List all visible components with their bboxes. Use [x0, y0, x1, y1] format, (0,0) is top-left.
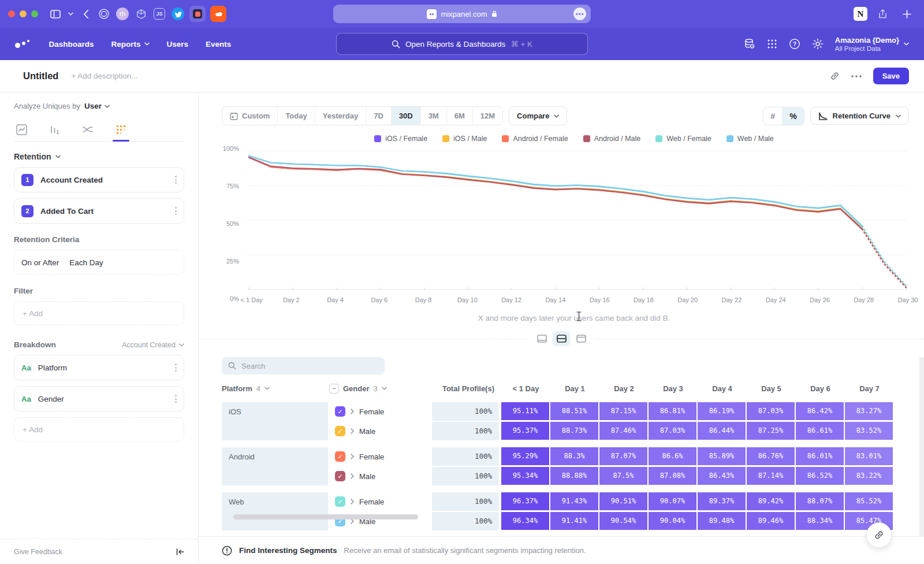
- analyze-entity-selector[interactable]: User: [84, 102, 110, 110]
- breakdown-options-icon[interactable]: [175, 395, 177, 403]
- range-custom[interactable]: Custom: [222, 107, 277, 125]
- report-title[interactable]: Untitled: [23, 70, 58, 81]
- retention-value-cell[interactable]: 86.6%: [649, 447, 698, 466]
- day-column-header[interactable]: Day 2: [599, 384, 649, 393]
- criteria-mode[interactable]: On or After: [21, 258, 59, 267]
- retention-value-cell[interactable]: 89.48%: [698, 512, 747, 530]
- compare-button[interactable]: Compare: [509, 106, 567, 125]
- series-checkbox[interactable]: ✓: [335, 426, 345, 436]
- retention-value-cell[interactable]: 86.81%: [649, 402, 698, 421]
- global-search-bar[interactable]: Open Reports & Dashboards ⌘ + K: [336, 33, 588, 55]
- expand-row-icon[interactable]: [351, 409, 354, 414]
- retention-value-cell[interactable]: 87.5%: [599, 467, 649, 485]
- apps-grid-icon[interactable]: [767, 39, 777, 49]
- retention-value-cell[interactable]: 86.76%: [747, 447, 796, 466]
- give-feedback-link[interactable]: Give Feedback: [14, 548, 62, 556]
- range-7d[interactable]: 7D: [366, 107, 391, 125]
- chevron-down-icon[interactable]: [66, 6, 74, 21]
- close-window-button[interactable]: [8, 10, 15, 17]
- legend-item[interactable]: Android / Female: [502, 135, 568, 143]
- range-12m[interactable]: 12M: [472, 107, 502, 125]
- address-bar[interactable]: mixpanel.com •••: [333, 5, 591, 23]
- retention-value-cell[interactable]: 95.34%: [501, 467, 550, 485]
- chart-type-selector[interactable]: Retention Curve: [810, 107, 909, 125]
- retention-value-cell[interactable]: 83.22%: [845, 467, 894, 485]
- range-3m[interactable]: 3M: [420, 107, 446, 125]
- day-column-header[interactable]: Day 7: [845, 384, 894, 393]
- gender-column-header[interactable]: − Gender 3: [329, 384, 432, 394]
- gender-cell[interactable]: ✓Female: [329, 402, 432, 421]
- retention-value-cell[interactable]: 86.01%: [796, 447, 845, 466]
- legend-item[interactable]: Android / Male: [583, 135, 641, 143]
- collapse-sidebar-icon[interactable]: [176, 548, 184, 555]
- copy-link-icon[interactable]: [830, 71, 840, 81]
- expand-row-icon[interactable]: [351, 473, 354, 479]
- retention-value-cell[interactable]: 91.43%: [550, 492, 599, 511]
- range-yesterday[interactable]: Yesterday: [315, 107, 366, 125]
- boost-menu-icon[interactable]: •••: [573, 8, 586, 20]
- bird-extension-icon[interactable]: [170, 6, 185, 21]
- tab-retention-icon[interactable]: [114, 121, 128, 141]
- share-icon[interactable]: [875, 6, 890, 21]
- gender-cell[interactable]: ✓Female: [329, 447, 432, 466]
- target-extension-icon[interactable]: [96, 6, 111, 21]
- retention-value-cell[interactable]: 86.42%: [796, 402, 845, 421]
- legend-item[interactable]: iOS / Female: [374, 135, 427, 143]
- select-all-checkbox[interactable]: −: [329, 384, 339, 394]
- table-search[interactable]: [222, 357, 385, 374]
- retention-value-cell[interactable]: 88.3%: [550, 447, 599, 466]
- breakdown-event-selector[interactable]: Account Created: [122, 341, 184, 349]
- retention-section-label[interactable]: Retention: [14, 152, 51, 161]
- avatar-extension-icon[interactable]: m: [115, 6, 130, 21]
- retention-value-cell[interactable]: 88.51%: [550, 402, 599, 421]
- mixpanel-logo[interactable]: [15, 40, 29, 48]
- day-column-header[interactable]: Day 1: [550, 384, 599, 393]
- retention-value-cell[interactable]: 86.43%: [698, 467, 747, 485]
- retention-value-cell[interactable]: 95.11%: [501, 402, 550, 421]
- tab-insights-icon[interactable]: [15, 121, 28, 141]
- retention-value-cell[interactable]: 87.25%: [747, 422, 796, 440]
- platform-column-header[interactable]: Platform 4: [222, 384, 329, 393]
- data-management-icon[interactable]: [744, 38, 755, 50]
- series-checkbox[interactable]: ✓: [335, 451, 345, 462]
- expand-row-icon[interactable]: [351, 428, 354, 434]
- breakdown-options-icon[interactable]: [175, 363, 177, 372]
- range-today[interactable]: Today: [277, 107, 314, 125]
- legend-item[interactable]: iOS / Male: [442, 135, 487, 143]
- absolute-count-toggle[interactable]: #: [763, 107, 782, 125]
- layout-table-only-button[interactable]: [572, 331, 590, 346]
- day-column-header[interactable]: Day 5: [747, 384, 796, 393]
- retention-value-cell[interactable]: 95.37%: [501, 422, 550, 440]
- retention-value-cell[interactable]: 90.04%: [649, 512, 698, 530]
- retention-value-cell[interactable]: 85.52%: [845, 492, 894, 511]
- legend-item[interactable]: Web / Female: [655, 135, 711, 143]
- day-column-header[interactable]: Day 3: [649, 384, 698, 393]
- add-filter-button[interactable]: + Add: [14, 301, 184, 325]
- nav-item-reports[interactable]: Reports: [111, 40, 150, 49]
- retention-value-cell[interactable]: 86.61%: [796, 422, 845, 440]
- expand-row-icon[interactable]: [351, 499, 354, 504]
- layout-split-button[interactable]: [553, 331, 570, 346]
- retention-value-cell[interactable]: 96.34%: [501, 512, 550, 530]
- retention-value-cell[interactable]: 87.46%: [599, 422, 649, 440]
- retention-value-cell[interactable]: 83.52%: [845, 422, 894, 440]
- retention-value-cell[interactable]: 89.42%: [747, 492, 796, 511]
- nav-item-events[interactable]: Events: [206, 40, 231, 49]
- series-checkbox[interactable]: ✓: [335, 406, 345, 417]
- percentage-toggle[interactable]: %: [782, 107, 803, 125]
- series-checkbox[interactable]: ✓: [335, 496, 345, 507]
- new-tab-icon[interactable]: [899, 6, 914, 21]
- cube-extension-icon[interactable]: [133, 6, 148, 21]
- more-options-icon[interactable]: [851, 75, 862, 77]
- add-description[interactable]: + Add description...: [71, 72, 137, 80]
- retention-value-cell[interactable]: 90.54%: [599, 512, 649, 530]
- window-controls[interactable]: [8, 10, 38, 17]
- back-button[interactable]: [78, 6, 93, 21]
- retention-value-cell[interactable]: 83.01%: [845, 447, 894, 466]
- retention-value-cell[interactable]: 90.07%: [649, 492, 698, 511]
- help-icon[interactable]: ?: [789, 38, 800, 50]
- sidebar-toggle-icon[interactable]: [48, 6, 63, 21]
- series-checkbox[interactable]: ✓: [335, 471, 345, 481]
- retention-value-cell[interactable]: 86.52%: [796, 467, 845, 485]
- share-link-fab[interactable]: [866, 522, 892, 548]
